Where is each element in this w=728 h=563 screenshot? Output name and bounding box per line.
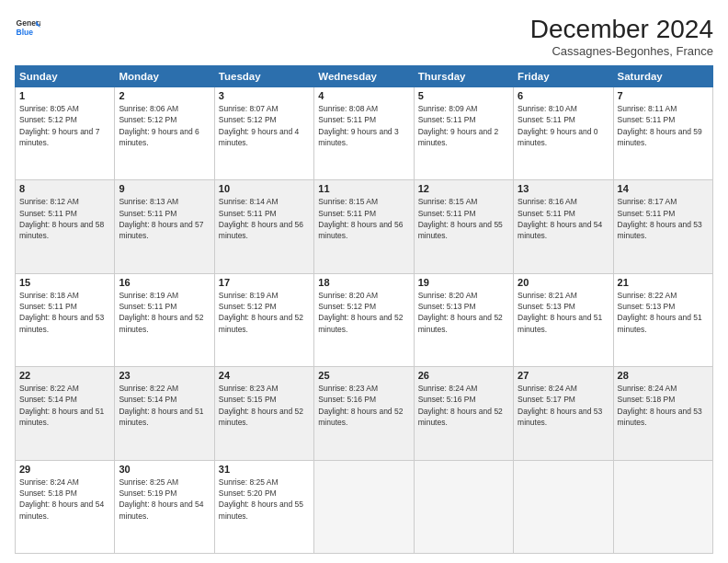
calendar-body: 1Sunrise: 8:05 AMSunset: 5:12 PMDaylight… [16, 87, 713, 554]
calendar-cell [514, 460, 613, 553]
day-info: Sunrise: 8:13 AMSunset: 5:11 PMDaylight:… [119, 196, 210, 241]
day-number: 18 [318, 277, 409, 288]
day-info: Sunrise: 8:22 AMSunset: 5:13 PMDaylight:… [618, 290, 709, 335]
day-info: Sunrise: 8:14 AMSunset: 5:11 PMDaylight:… [219, 196, 310, 241]
week-row-1: 1Sunrise: 8:05 AMSunset: 5:12 PMDaylight… [16, 87, 713, 180]
calendar-table: SundayMondayTuesdayWednesdayThursdayFrid… [15, 65, 713, 554]
day-number: 3 [219, 90, 310, 101]
calendar-cell: 24Sunrise: 8:23 AMSunset: 5:15 PMDayligh… [214, 367, 313, 460]
day-info: Sunrise: 8:23 AMSunset: 5:15 PMDaylight:… [219, 383, 310, 428]
day-info: Sunrise: 8:19 AMSunset: 5:11 PMDaylight:… [119, 290, 210, 335]
calendar-cell: 6Sunrise: 8:10 AMSunset: 5:11 PMDaylight… [514, 87, 613, 180]
calendar-cell: 27Sunrise: 8:24 AMSunset: 5:17 PMDayligh… [514, 367, 613, 460]
calendar-cell: 5Sunrise: 8:09 AMSunset: 5:11 PMDaylight… [414, 87, 513, 180]
day-info: Sunrise: 8:22 AMSunset: 5:14 PMDaylight:… [119, 383, 210, 428]
header: General Blue December 2024 Cassagnes-Beg… [15, 15, 713, 58]
day-number: 21 [618, 277, 709, 288]
weekday-monday: Monday [115, 66, 214, 87]
calendar-cell: 13Sunrise: 8:16 AMSunset: 5:11 PMDayligh… [514, 180, 613, 273]
calendar-cell: 25Sunrise: 8:23 AMSunset: 5:16 PMDayligh… [314, 367, 414, 460]
page: General Blue December 2024 Cassagnes-Beg… [0, 0, 728, 563]
weekday-saturday: Saturday [613, 66, 712, 87]
calendar-cell: 16Sunrise: 8:19 AMSunset: 5:11 PMDayligh… [115, 273, 214, 366]
weekday-wednesday: Wednesday [314, 66, 414, 87]
day-info: Sunrise: 8:10 AMSunset: 5:11 PMDaylight:… [518, 103, 609, 148]
calendar-cell: 30Sunrise: 8:25 AMSunset: 5:19 PMDayligh… [115, 460, 214, 553]
day-number: 17 [219, 277, 310, 288]
week-row-3: 15Sunrise: 8:18 AMSunset: 5:11 PMDayligh… [16, 273, 713, 366]
day-number: 16 [119, 277, 210, 288]
day-info: Sunrise: 8:17 AMSunset: 5:11 PMDaylight:… [618, 196, 709, 241]
calendar-cell [613, 460, 712, 553]
calendar-cell: 15Sunrise: 8:18 AMSunset: 5:11 PMDayligh… [16, 273, 115, 366]
day-info: Sunrise: 8:07 AMSunset: 5:12 PMDaylight:… [219, 103, 310, 148]
calendar-cell: 9Sunrise: 8:13 AMSunset: 5:11 PMDaylight… [115, 180, 214, 273]
day-number: 10 [219, 183, 310, 194]
day-number: 8 [19, 183, 110, 194]
day-info: Sunrise: 8:15 AMSunset: 5:11 PMDaylight:… [418, 196, 509, 241]
day-number: 13 [518, 183, 609, 194]
calendar-cell: 17Sunrise: 8:19 AMSunset: 5:12 PMDayligh… [214, 273, 313, 366]
calendar-cell: 29Sunrise: 8:24 AMSunset: 5:18 PMDayligh… [16, 460, 115, 553]
day-number: 23 [119, 370, 210, 381]
day-number: 28 [618, 370, 709, 381]
day-info: Sunrise: 8:12 AMSunset: 5:11 PMDaylight:… [19, 196, 110, 241]
day-info: Sunrise: 8:16 AMSunset: 5:11 PMDaylight:… [518, 196, 609, 241]
month-title: December 2024 [530, 15, 713, 44]
day-info: Sunrise: 8:22 AMSunset: 5:14 PMDaylight:… [19, 383, 110, 428]
day-number: 2 [119, 90, 210, 101]
calendar-cell: 10Sunrise: 8:14 AMSunset: 5:11 PMDayligh… [214, 180, 313, 273]
day-number: 20 [518, 277, 609, 288]
calendar-cell: 21Sunrise: 8:22 AMSunset: 5:13 PMDayligh… [613, 273, 712, 366]
calendar-cell: 2Sunrise: 8:06 AMSunset: 5:12 PMDaylight… [115, 87, 214, 180]
day-info: Sunrise: 8:24 AMSunset: 5:17 PMDaylight:… [518, 383, 609, 428]
calendar-cell: 8Sunrise: 8:12 AMSunset: 5:11 PMDaylight… [16, 180, 115, 273]
weekday-sunday: Sunday [16, 66, 115, 87]
calendar-cell: 11Sunrise: 8:15 AMSunset: 5:11 PMDayligh… [314, 180, 414, 273]
calendar-cell: 22Sunrise: 8:22 AMSunset: 5:14 PMDayligh… [16, 367, 115, 460]
day-number: 14 [618, 183, 709, 194]
day-info: Sunrise: 8:23 AMSunset: 5:16 PMDaylight:… [318, 383, 409, 428]
day-number: 19 [418, 277, 509, 288]
week-row-5: 29Sunrise: 8:24 AMSunset: 5:18 PMDayligh… [16, 460, 713, 553]
calendar-cell: 23Sunrise: 8:22 AMSunset: 5:14 PMDayligh… [115, 367, 214, 460]
day-number: 4 [318, 90, 409, 101]
calendar-cell: 12Sunrise: 8:15 AMSunset: 5:11 PMDayligh… [414, 180, 513, 273]
day-info: Sunrise: 8:19 AMSunset: 5:12 PMDaylight:… [219, 290, 310, 335]
svg-text:Blue: Blue [17, 28, 34, 37]
day-number: 22 [19, 370, 110, 381]
day-number: 30 [119, 464, 210, 475]
day-number: 6 [518, 90, 609, 101]
day-info: Sunrise: 8:21 AMSunset: 5:13 PMDaylight:… [518, 290, 609, 335]
day-info: Sunrise: 8:24 AMSunset: 5:18 PMDaylight:… [19, 477, 110, 522]
day-info: Sunrise: 8:25 AMSunset: 5:20 PMDaylight:… [219, 477, 310, 522]
day-number: 29 [19, 464, 110, 475]
day-info: Sunrise: 8:15 AMSunset: 5:11 PMDaylight:… [318, 196, 409, 241]
day-info: Sunrise: 8:06 AMSunset: 5:12 PMDaylight:… [119, 103, 210, 148]
day-number: 27 [518, 370, 609, 381]
title-block: December 2024 Cassagnes-Begonhes, France [530, 15, 713, 58]
day-info: Sunrise: 8:20 AMSunset: 5:12 PMDaylight:… [318, 290, 409, 335]
day-number: 26 [418, 370, 509, 381]
day-info: Sunrise: 8:08 AMSunset: 5:11 PMDaylight:… [318, 103, 409, 148]
day-info: Sunrise: 8:11 AMSunset: 5:11 PMDaylight:… [618, 103, 709, 148]
weekday-thursday: Thursday [414, 66, 513, 87]
calendar-cell: 26Sunrise: 8:24 AMSunset: 5:16 PMDayligh… [414, 367, 513, 460]
weekday-friday: Friday [514, 66, 613, 87]
calendar-cell: 1Sunrise: 8:05 AMSunset: 5:12 PMDaylight… [16, 87, 115, 180]
day-number: 9 [119, 183, 210, 194]
day-info: Sunrise: 8:24 AMSunset: 5:16 PMDaylight:… [418, 383, 509, 428]
day-info: Sunrise: 8:20 AMSunset: 5:13 PMDaylight:… [418, 290, 509, 335]
logo: General Blue [15, 15, 40, 40]
day-number: 1 [19, 90, 110, 101]
calendar-cell: 3Sunrise: 8:07 AMSunset: 5:12 PMDaylight… [214, 87, 313, 180]
day-number: 25 [318, 370, 409, 381]
week-row-2: 8Sunrise: 8:12 AMSunset: 5:11 PMDaylight… [16, 180, 713, 273]
day-info: Sunrise: 8:05 AMSunset: 5:12 PMDaylight:… [19, 103, 110, 148]
day-number: 15 [19, 277, 110, 288]
calendar-cell [314, 460, 414, 553]
day-number: 5 [418, 90, 509, 101]
calendar-cell: 4Sunrise: 8:08 AMSunset: 5:11 PMDaylight… [314, 87, 414, 180]
generalblue-icon: General Blue [15, 15, 40, 40]
day-info: Sunrise: 8:25 AMSunset: 5:19 PMDaylight:… [119, 477, 210, 522]
